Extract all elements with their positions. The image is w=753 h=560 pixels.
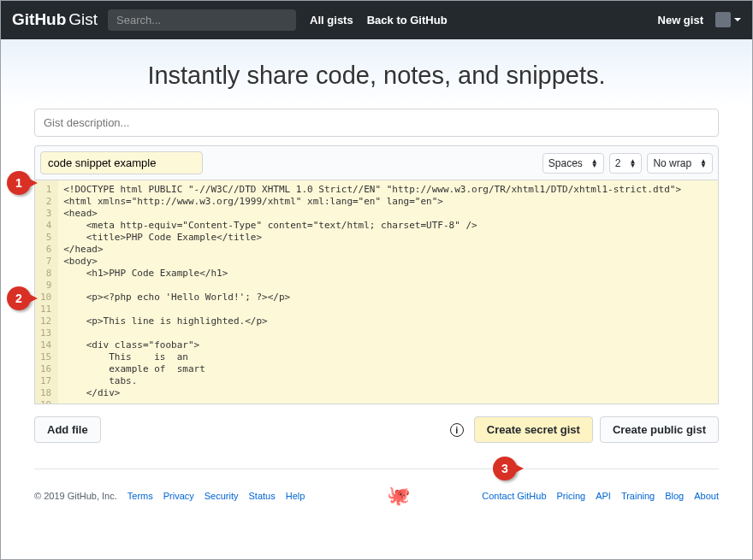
updown-icon: ▲▼ <box>700 159 707 168</box>
avatar-icon <box>715 12 731 27</box>
code-content[interactable]: <!DOCTYPE html PUBLIC "-//W3C//DTD XHTML… <box>58 180 718 404</box>
nav-back-github[interactable]: Back to GitHub <box>367 14 448 27</box>
footer-security[interactable]: Security <box>205 491 239 501</box>
create-public-gist-button[interactable]: Create public gist <box>600 416 719 443</box>
action-row: Add file i Create secret gist Create pub… <box>34 404 719 455</box>
callout-2: 2 <box>7 286 31 310</box>
info-icon[interactable]: i <box>450 423 464 437</box>
wrap-mode-value: No wrap <box>653 157 691 169</box>
new-gist-link[interactable]: New gist <box>658 14 703 27</box>
user-menu[interactable] <box>715 12 741 27</box>
footer: © 2019 GitHub, Inc. Terms Privacy Securi… <box>34 469 719 522</box>
indent-mode-value: Spaces <box>548 157 583 169</box>
logo-thin: Gist <box>68 10 98 29</box>
nav-all-gists[interactable]: All gists <box>310 14 353 27</box>
search-input[interactable] <box>108 9 296 31</box>
footer-about[interactable]: About <box>694 491 719 501</box>
callout-3: 3 <box>493 457 517 480</box>
footer-help[interactable]: Help <box>286 491 305 501</box>
line-gutter: 12345678910111213141516171819 <box>35 180 58 404</box>
logo-bold: GitHub <box>12 10 66 29</box>
wrap-mode-select[interactable]: No wrap ▲▼ <box>647 153 713 174</box>
code-editor[interactable]: 12345678910111213141516171819 <!DOCTYPE … <box>34 180 719 404</box>
filename-input[interactable] <box>40 151 203 174</box>
page-scroll[interactable]: GitHub Gist All gists Back to GitHub New… <box>0 0 753 560</box>
footer-training[interactable]: Training <box>621 491 655 501</box>
create-secret-gist-button[interactable]: Create secret gist <box>474 416 593 443</box>
footer-pricing[interactable]: Pricing <box>557 491 586 501</box>
indent-mode-select[interactable]: Spaces ▲▼ <box>543 153 604 174</box>
hero-title: Instantly share code, notes, and snippet… <box>0 62 753 90</box>
copyright: © 2019 GitHub, Inc. <box>34 491 117 501</box>
file-header: Spaces ▲▼ 2 ▲▼ No wrap ▲▼ <box>34 145 719 180</box>
footer-blog[interactable]: Blog <box>665 491 684 501</box>
footer-contact[interactable]: Contact GitHub <box>482 491 546 501</box>
add-file-button[interactable]: Add file <box>34 416 101 443</box>
gist-description-input[interactable] <box>34 109 719 137</box>
footer-privacy[interactable]: Privacy <box>163 491 194 501</box>
github-mark-icon: 🐙 <box>387 485 410 506</box>
indent-size-value: 2 <box>615 157 621 169</box>
site-header: GitHub Gist All gists Back to GitHub New… <box>0 0 753 39</box>
footer-terms[interactable]: Terms <box>127 491 153 501</box>
caret-down-icon <box>734 18 741 21</box>
footer-api[interactable]: API <box>596 491 611 501</box>
indent-size-select[interactable]: 2 ▲▼ <box>609 153 643 174</box>
hero: Instantly share code, notes, and snippet… <box>0 39 753 109</box>
callout-1: 1 <box>7 171 31 195</box>
header-nav: All gists Back to GitHub <box>310 14 447 27</box>
updown-icon: ▲▼ <box>629 159 636 168</box>
logo[interactable]: GitHub Gist <box>12 10 98 29</box>
footer-status[interactable]: Status <box>249 491 276 501</box>
updown-icon: ▲▼ <box>591 159 598 168</box>
